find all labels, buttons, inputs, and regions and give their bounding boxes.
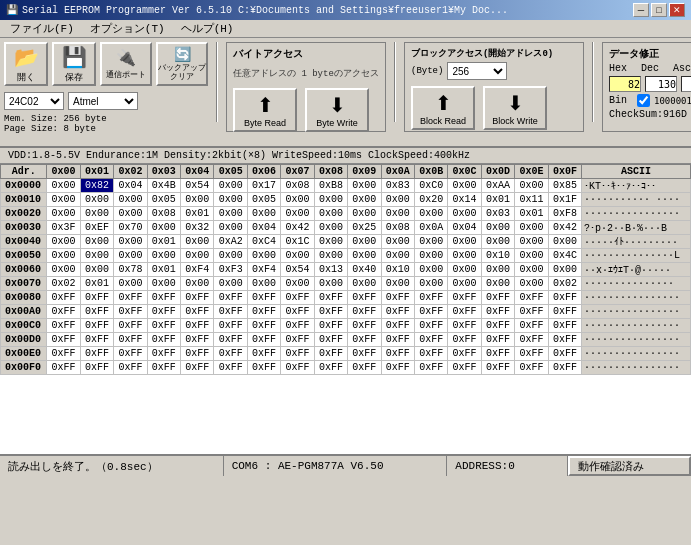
data-cell[interactable]: 0xFF <box>348 319 381 333</box>
device-maker-select[interactable]: Atmel <box>68 92 138 110</box>
status-confirm[interactable]: 動作確認済み <box>568 456 691 476</box>
data-cell[interactable]: 0x00 <box>47 263 80 277</box>
data-cell[interactable]: 0xFF <box>80 319 113 333</box>
data-cell[interactable]: 0xFF <box>414 333 447 347</box>
dec-input[interactable] <box>645 76 677 92</box>
data-cell[interactable]: 0x00 <box>515 249 548 263</box>
bin-checkbox[interactable] <box>637 94 650 107</box>
data-cell[interactable]: 0x4B <box>147 179 180 193</box>
data-cell[interactable]: 0xFF <box>214 333 247 347</box>
data-cell[interactable]: 0x00 <box>481 277 514 291</box>
data-cell[interactable]: 0x00 <box>281 193 314 207</box>
menu-file[interactable]: ファイル(F) <box>4 20 80 37</box>
data-cell[interactable]: 0x00 <box>414 277 447 291</box>
block-read-button[interactable]: ⬆ Block Read <box>411 86 475 130</box>
data-cell[interactable]: 0x00 <box>214 179 247 193</box>
data-cell[interactable]: 0xFF <box>47 347 80 361</box>
data-cell[interactable]: 0x02 <box>548 277 581 291</box>
data-cell[interactable]: 0xFF <box>381 291 414 305</box>
data-cell[interactable]: 0x00 <box>481 221 514 235</box>
data-cell[interactable]: 0xFF <box>80 291 113 305</box>
data-cell[interactable]: 0x00 <box>247 207 280 221</box>
data-cell[interactable]: 0xFF <box>448 319 481 333</box>
data-cell[interactable]: 0x01 <box>481 193 514 207</box>
data-cell[interactable]: 0x00 <box>314 221 347 235</box>
data-cell[interactable]: 0x00 <box>214 207 247 221</box>
data-cell[interactable]: 0x00 <box>47 179 80 193</box>
data-cell[interactable]: 0x42 <box>281 221 314 235</box>
data-cell[interactable]: 0x3F <box>47 221 80 235</box>
data-cell[interactable]: 0x00 <box>348 235 381 249</box>
data-cell[interactable]: 0xFF <box>414 319 447 333</box>
data-cell[interactable]: 0xFF <box>348 361 381 375</box>
data-cell[interactable]: 0xFF <box>381 319 414 333</box>
data-cell[interactable]: 0xFF <box>548 333 581 347</box>
ascii-input[interactable] <box>681 76 691 92</box>
data-cell[interactable]: 0xFF <box>414 347 447 361</box>
data-cell[interactable]: 0x00 <box>414 235 447 249</box>
data-cell[interactable]: 0x00 <box>481 235 514 249</box>
data-cell[interactable]: 0x01 <box>147 263 180 277</box>
data-cell[interactable]: 0xFF <box>348 347 381 361</box>
data-cell[interactable]: 0xFF <box>448 333 481 347</box>
minimize-button[interactable]: ─ <box>633 3 649 17</box>
data-cell[interactable]: 0xFF <box>281 319 314 333</box>
data-table-container[interactable]: Adr.0x000x010x020x030x040x050x060x070x08… <box>0 164 691 454</box>
data-cell[interactable]: 0xFF <box>214 305 247 319</box>
data-cell[interactable]: 0x00 <box>214 277 247 291</box>
data-cell[interactable]: 0x00 <box>147 221 180 235</box>
data-cell[interactable]: 0xFF <box>548 361 581 375</box>
data-cell[interactable]: 0xFF <box>247 347 280 361</box>
data-cell[interactable]: 0xFF <box>214 347 247 361</box>
data-cell[interactable]: 0xFF <box>515 291 548 305</box>
data-cell[interactable]: 0x00 <box>348 193 381 207</box>
data-cell[interactable]: 0x00 <box>448 207 481 221</box>
data-cell[interactable]: 0x00 <box>47 249 80 263</box>
data-cell[interactable]: 0xF3 <box>214 263 247 277</box>
data-cell[interactable]: 0xFF <box>181 305 214 319</box>
data-cell[interactable]: 0xFF <box>281 291 314 305</box>
byte-read-button[interactable]: ⬆ Byte Read <box>233 88 297 132</box>
data-cell[interactable]: 0xFF <box>348 333 381 347</box>
data-cell[interactable]: 0xF4 <box>181 263 214 277</box>
data-cell[interactable]: 0x00 <box>214 249 247 263</box>
data-cell[interactable]: 0x32 <box>181 221 214 235</box>
data-cell[interactable]: 0xFF <box>448 291 481 305</box>
data-cell[interactable]: 0xFF <box>281 305 314 319</box>
data-cell[interactable]: 0xFF <box>515 333 548 347</box>
data-cell[interactable]: 0xFF <box>214 291 247 305</box>
data-cell[interactable]: 0xFF <box>114 361 147 375</box>
data-cell[interactable]: 0x40 <box>348 263 381 277</box>
data-cell[interactable]: 0x20 <box>414 193 447 207</box>
data-cell[interactable]: 0x00 <box>348 249 381 263</box>
data-cell[interactable]: 0xFF <box>80 333 113 347</box>
data-cell[interactable]: 0xFF <box>247 305 280 319</box>
data-cell[interactable]: 0xFF <box>414 305 447 319</box>
maximize-button[interactable]: □ <box>651 3 667 17</box>
data-cell[interactable]: 0xFF <box>515 319 548 333</box>
data-cell[interactable]: 0x00 <box>147 249 180 263</box>
save-button[interactable]: 💾 保存 <box>52 42 96 86</box>
data-cell[interactable]: 0x14 <box>448 193 481 207</box>
data-cell[interactable]: 0x00 <box>448 263 481 277</box>
data-cell[interactable]: 0xF8 <box>548 207 581 221</box>
data-cell[interactable]: 0xFF <box>247 291 280 305</box>
data-cell[interactable]: 0x0A <box>414 221 447 235</box>
data-cell[interactable]: 0x00 <box>348 207 381 221</box>
data-cell[interactable]: 0xFF <box>281 361 314 375</box>
data-cell[interactable]: 0x00 <box>181 249 214 263</box>
data-cell[interactable]: 0xFF <box>47 319 80 333</box>
data-cell[interactable]: 0x00 <box>47 207 80 221</box>
data-cell[interactable]: 0x00 <box>247 249 280 263</box>
data-cell[interactable]: 0xFF <box>147 361 180 375</box>
data-cell[interactable]: 0x00 <box>114 207 147 221</box>
data-cell[interactable]: 0xFF <box>515 305 548 319</box>
data-cell[interactable]: 0xFF <box>448 305 481 319</box>
hex-input[interactable] <box>609 76 641 92</box>
data-cell[interactable]: 0x00 <box>114 193 147 207</box>
data-cell[interactable]: 0xFF <box>481 333 514 347</box>
data-cell[interactable]: 0x00 <box>481 263 514 277</box>
data-cell[interactable]: 0x00 <box>515 235 548 249</box>
data-cell[interactable]: 0xFF <box>448 361 481 375</box>
data-cell[interactable]: 0x08 <box>281 179 314 193</box>
